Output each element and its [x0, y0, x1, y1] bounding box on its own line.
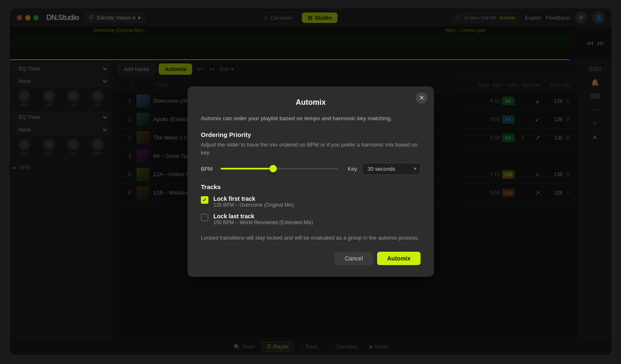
ordering-section: Ordering Priority Adjust the slider to h…: [201, 131, 421, 175]
lock-first-checkbox[interactable]: [201, 196, 208, 204]
modal-description: Automix can order your playlist based on…: [201, 114, 421, 123]
lock-last-sub: 150 BPM – World Renowned (Extended Mix): [213, 220, 313, 225]
app-window: DN.Studio Electric Vision 4 ▾ ▷ Carousel…: [10, 8, 611, 355]
lock-last-label: Lock last track 150 BPM – World Renowned…: [213, 213, 313, 225]
tracks-section-title: Tracks: [201, 183, 421, 190]
slider-row: BPM Key 15 seconds 30 seconds 60 seconds: [201, 163, 421, 175]
lock-first-title: Lock first track: [213, 195, 294, 202]
duration-select-wrapper: 15 seconds 30 seconds 60 seconds 90 seco…: [362, 163, 421, 175]
lock-last-row: Lock last track 150 BPM – World Renowned…: [201, 213, 421, 225]
bpm-label: BPM: [201, 166, 215, 172]
lock-first-label: Lock first track 126 BPM – Overcome (Ori…: [213, 195, 294, 208]
close-icon: ✕: [419, 95, 424, 101]
modal-close-button[interactable]: ✕: [416, 92, 427, 104]
lock-first-row: Lock first track 126 BPM – Overcome (Ori…: [201, 195, 421, 208]
lock-first-sub: 126 BPM – Overcome (Original Mix): [213, 202, 294, 208]
automix-confirm-button[interactable]: Automix: [377, 252, 421, 265]
modal-footer: Cancel Automix: [201, 252, 421, 265]
slider-track: [221, 168, 337, 169]
ordering-priority-title: Ordering Priority: [201, 131, 421, 138]
tracks-section: Tracks Lock first track 126 BPM – Overco…: [201, 183, 421, 225]
locked-notice: Locked transitions will stay locked and …: [201, 234, 421, 242]
slider-thumb[interactable]: [269, 165, 277, 172]
automix-dialog: Automix ✕ Automix can order your playlis…: [188, 86, 434, 277]
cancel-button[interactable]: Cancel: [335, 252, 373, 265]
lock-last-checkbox[interactable]: [201, 214, 208, 221]
modal-overlay: Automix ✕ Automix can order your playlis…: [10, 8, 611, 355]
slider-track-unfilled: [273, 168, 337, 169]
key-label: Key: [342, 166, 357, 172]
duration-select[interactable]: 15 seconds 30 seconds 60 seconds 90 seco…: [362, 163, 421, 175]
modal-title: Automix: [201, 98, 421, 107]
ordering-priority-desc: Adjust the slider to have the mix ordere…: [201, 141, 421, 157]
ordering-slider-container: [221, 164, 337, 173]
lock-last-title: Lock last track: [213, 213, 313, 220]
